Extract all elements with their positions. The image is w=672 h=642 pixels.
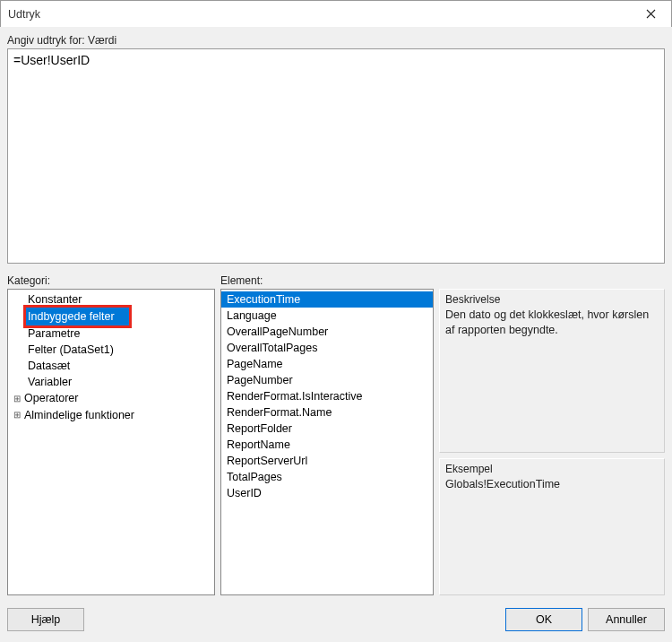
category-item-label: Felter (DataSet1) [26, 342, 116, 358]
element-item[interactable]: TotalPages [221, 469, 433, 485]
element-label: Element: [220, 273, 434, 289]
category-item[interactable]: ⊞Almindelige funktioner [8, 407, 214, 424]
expression-label: Angiv udtryk for: Værdi [7, 34, 665, 47]
category-item[interactable]: Indbyggede felter [8, 308, 214, 325]
category-item-label: Indbyggede felter [26, 308, 129, 325]
element-column: Element: ExecutionTimeLanguageOverallPag… [220, 273, 434, 595]
element-item[interactable]: PageName [221, 356, 433, 372]
category-item[interactable]: ⊞Operatorer [8, 390, 214, 407]
element-item[interactable]: RenderFormat.IsInteractive [221, 388, 433, 404]
category-item[interactable]: Variabler [8, 374, 214, 390]
description-title: Beskrivelse [445, 293, 659, 306]
category-label: Kategori: [7, 273, 215, 289]
example-text: Globals!ExecutionTime [445, 477, 659, 492]
plus-icon[interactable]: ⊞ [12, 391, 22, 407]
help-button[interactable]: Hjælp [7, 608, 84, 631]
window-title: Udtryk [8, 8, 40, 21]
titlebar: Udtryk [1, 1, 671, 28]
category-item[interactable]: Konstanter [8, 291, 214, 308]
element-item[interactable]: RenderFormat.Name [221, 404, 433, 421]
element-item[interactable]: PageNumber [221, 372, 433, 388]
button-bar: Hjælp OK Annuller [7, 595, 665, 635]
element-item[interactable]: ReportName [221, 437, 433, 453]
element-item[interactable]: Language [221, 308, 433, 324]
category-item-label: Parametre [26, 325, 82, 342]
element-item[interactable]: ExecutionTime [221, 291, 433, 308]
element-item[interactable]: ReportFolder [221, 421, 433, 437]
category-tree[interactable]: KonstanterIndbyggede felterParametreFelt… [7, 289, 215, 595]
close-icon[interactable] [631, 1, 671, 28]
category-item-label: Konstanter [26, 291, 83, 308]
category-item[interactable]: Felter (DataSet1) [8, 342, 214, 358]
element-item[interactable]: ReportServerUrl [221, 453, 433, 469]
right-column: Beskrivelse Den dato og det klokkeslæt, … [439, 273, 665, 595]
middle-row: Kategori: KonstanterIndbyggede felterPar… [7, 273, 665, 595]
ok-button[interactable]: OK [505, 608, 582, 631]
description-text: Den dato og det klokkeslæt, hvor kørslen… [445, 308, 659, 338]
element-item[interactable]: UserID [221, 485, 433, 501]
plus-icon[interactable]: ⊞ [12, 407, 22, 423]
cancel-button[interactable]: Annuller [588, 608, 665, 631]
category-item[interactable]: Parametre [8, 325, 214, 342]
dialog-content: Angiv udtryk for: Værdi Kategori: Konsta… [0, 27, 672, 642]
category-item-label: Almindelige funktioner [22, 407, 136, 423]
description-pane: Beskrivelse Den dato og det klokkeslæt, … [439, 289, 665, 453]
element-list[interactable]: ExecutionTimeLanguageOverallPageNumberOv… [220, 289, 434, 595]
category-column: Kategori: KonstanterIndbyggede felterPar… [7, 273, 215, 595]
element-item[interactable]: OverallPageNumber [221, 324, 433, 340]
expression-textarea[interactable] [7, 48, 665, 264]
category-item[interactable]: Datasæt [8, 358, 214, 374]
example-pane: Eksempel Globals!ExecutionTime [439, 458, 665, 595]
example-title: Eksempel [445, 463, 659, 475]
category-item-label: Operatorer [22, 390, 80, 406]
element-item[interactable]: OverallTotalPages [221, 340, 433, 356]
category-item-label: Datasæt [26, 358, 72, 374]
category-item-label: Variabler [26, 374, 73, 390]
